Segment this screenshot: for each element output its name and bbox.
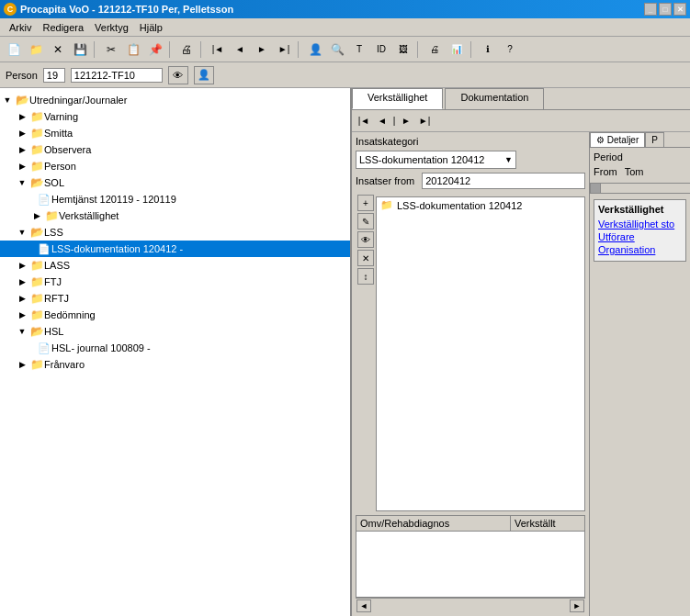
window-controls: _ □ ✕ [644, 3, 686, 16]
tree-item-franvaro[interactable]: ▶ 📁 Frånvaro [0, 356, 350, 373]
action-add[interactable]: + [357, 195, 374, 211]
insatskategori-row: Insatskategori [356, 136, 585, 147]
bottom-scroll[interactable]: ◄ ► [356, 598, 585, 612]
tree-item-hsl-journal[interactable]: 📄 HSL- journal 100809 - [0, 340, 350, 356]
tree-item-sol[interactable]: ▼ 📂 SOL [0, 174, 350, 191]
title-bar: C Procapita VoO - 121212-TF10 Per, Pelle… [0, 0, 690, 18]
toolbar-id[interactable]: ID [371, 39, 391, 60]
menu-hjälp[interactable]: Hjälp [134, 20, 168, 35]
verks-link-organisation[interactable]: Organisation [598, 244, 682, 255]
action-delete[interactable]: ✕ [357, 250, 374, 266]
tree-item-varning[interactable]: ▶ 📁 Varning [0, 108, 350, 125]
toolbar-copy[interactable]: 📋 [123, 39, 143, 60]
tree-label-root: Utredningar/Journaler [29, 95, 127, 106]
tree-item-rftj[interactable]: ▶ 📁 RFTJ [0, 290, 350, 307]
detail-tab-p[interactable]: P [645, 132, 664, 147]
toolbar-close[interactable]: ✕ [48, 39, 68, 60]
toolbar-search[interactable]: 🔍 [327, 39, 347, 60]
doc-icon-lss: 📄 [37, 242, 51, 255]
tree-item-root[interactable]: ▼ 📂 Utredningar/Journaler [0, 92, 350, 108]
toolbar-b4[interactable]: ►| [274, 39, 294, 60]
menu-verktyg[interactable]: Verktyg [89, 20, 134, 35]
folder-open-icon-sol: 📂 [29, 176, 44, 189]
folder-icon-ftj: 📁 [29, 275, 44, 288]
toolbar-help[interactable]: ? [500, 39, 520, 60]
toolbar-print3[interactable]: 📊 [447, 39, 467, 60]
tree-item-bedomning[interactable]: ▶ 📁 Bedömning [0, 307, 350, 323]
tab-area: Verkställighet Dokumentation [352, 88, 690, 110]
list-item-icon: 📁 [380, 199, 393, 211]
person-icon-button[interactable]: 👤 [194, 66, 214, 84]
nav-prev[interactable]: ◄ [374, 113, 390, 129]
list-item[interactable]: 📁 LSS-dokumentation 120412 [377, 197, 584, 213]
nav-next[interactable]: ► [398, 113, 414, 129]
tree-item-hemtjanst[interactable]: 📄 Hemtjänst 120119 - 120119 [0, 191, 350, 207]
action-view[interactable]: 👁 [357, 231, 374, 248]
toolbar-paste[interactable]: 📌 [145, 39, 165, 60]
person-eye-button[interactable]: 👁 [168, 66, 188, 84]
doc-icon-hemtjanst: 📄 [37, 193, 51, 206]
nav-last[interactable]: ►| [416, 113, 433, 129]
tree-panel: ▼ 📂 Utredningar/Journaler ▶ 📁 Varning ▶ … [0, 88, 352, 616]
tree-item-person[interactable]: ▶ 📁 Person [0, 158, 350, 174]
insatser-from-value: 20120412 [422, 173, 585, 189]
toolbar-img[interactable]: 🖼 [393, 39, 413, 60]
detail-tab-detaljer[interactable]: ⚙ Detaljer [590, 132, 645, 147]
toolbar-t1[interactable]: T [349, 39, 369, 60]
action-move[interactable]: ↕ [357, 268, 374, 285]
verks-link-utforare[interactable]: Utförare [598, 231, 682, 242]
tree-item-ftj[interactable]: ▶ 📁 FTJ [0, 274, 350, 290]
toolbar-print2[interactable]: 🖨 [424, 39, 445, 60]
detail-scrollbar[interactable] [590, 183, 690, 194]
table-header: Omv/Rehabdiagnos Verkställt [356, 516, 584, 532]
toolbar-cut[interactable]: ✂ [101, 39, 121, 60]
toolbar-sep1 [94, 41, 97, 58]
toolbar-sep3 [200, 41, 204, 58]
tree-label-lss: LSS [44, 227, 63, 238]
nav-first[interactable]: |◄ [356, 113, 372, 129]
toolbar-info[interactable]: ℹ [478, 39, 498, 60]
folder-icon-franvaro: 📁 [29, 358, 44, 371]
nav-sep: | [392, 113, 396, 129]
tree-item-lass[interactable]: ▶ 📁 LASS [0, 257, 350, 274]
close-button[interactable]: ✕ [673, 3, 686, 16]
toolbar-save[interactable]: 💾 [70, 39, 90, 60]
period-dates-row: From Tom [594, 166, 686, 177]
maximize-button[interactable]: □ [659, 3, 672, 16]
person-label: Person [6, 70, 38, 81]
tree-label-lass: LASS [44, 260, 70, 271]
folder-icon: 📁 [29, 110, 44, 123]
folder-icon-observera: 📁 [29, 143, 44, 156]
toolbar-open[interactable]: 📁 [26, 39, 46, 60]
toolbar-b3[interactable]: ► [252, 39, 272, 60]
tab-dokumentation[interactable]: Dokumentation [445, 88, 544, 109]
action-edit[interactable]: ✎ [357, 213, 374, 230]
tree-item-observera[interactable]: ▶ 📁 Observera [0, 141, 350, 158]
folder-icon-smitta: 📁 [29, 127, 44, 140]
tree-item-lss-dok[interactable]: 📄 LSS-dokumentation 120412 - [0, 241, 350, 257]
person-id-field[interactable] [71, 68, 163, 83]
middle-content: Insatskategori LSS-dokumentation 120412 … [352, 132, 690, 616]
tree-item-smitta[interactable]: ▶ 📁 Smitta [0, 125, 350, 141]
minimize-button[interactable]: _ [644, 3, 657, 16]
menu-arkiv[interactable]: Arkiv [4, 20, 37, 35]
person-number-field[interactable] [43, 68, 65, 83]
tree-item-verkst[interactable]: ▶ 📁 Verkställighet [0, 207, 350, 224]
toolbar-print[interactable]: 🖨 [176, 39, 197, 60]
toolbar-sep6 [470, 41, 474, 58]
expander-hsl-journal [29, 341, 37, 355]
toolbar-b2[interactable]: ◄ [230, 39, 250, 60]
verks-link-1[interactable]: Verkställighet sto [598, 218, 682, 230]
tree-item-hsl[interactable]: ▼ 📂 HSL [0, 323, 350, 340]
scroll-right[interactable]: ► [570, 599, 584, 612]
menu-redigera[interactable]: Redigera [37, 20, 89, 35]
insatskategori-dropdown[interactable]: LSS-dokumentation 120412 ▼ [356, 151, 516, 169]
toolbar-person[interactable]: 👤 [305, 39, 325, 60]
folder-icon-verkst: 📁 [44, 209, 59, 222]
toolbar-new[interactable]: 📄 [4, 39, 24, 60]
tab-verkstallighet[interactable]: Verkställighet [352, 88, 443, 109]
toolbar-b1[interactable]: |◄ [208, 39, 228, 60]
scroll-left[interactable]: ◄ [356, 599, 371, 612]
tree-item-lss[interactable]: ▼ 📂 LSS [0, 224, 350, 241]
folder-open-icon-hsl: 📂 [29, 325, 44, 338]
